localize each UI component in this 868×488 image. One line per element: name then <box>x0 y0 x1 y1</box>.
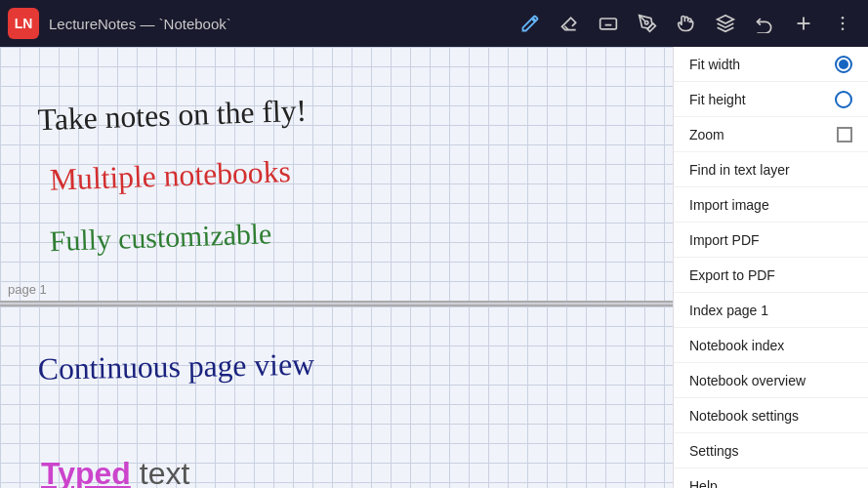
menu-item-import-image[interactable]: Import image <box>674 187 868 223</box>
zoom-checkbox[interactable] <box>837 127 852 142</box>
svg-text:Take notes on the fly!: Take notes on the fly! <box>37 94 307 138</box>
svg-text:Continuous page view: Continuous page view <box>38 347 315 386</box>
svg-marker-2 <box>718 16 734 23</box>
layers-button[interactable] <box>708 6 743 41</box>
menu-item-notebook-overview[interactable]: Notebook overview <box>674 363 868 398</box>
app-title: LectureNotes — `Notebook` <box>49 16 513 32</box>
fit-height-radio[interactable] <box>835 91 852 108</box>
topbar: LN LectureNotes — `Notebook` <box>0 0 868 47</box>
svg-rect-0 <box>600 19 617 29</box>
canvas-area[interactable]: Take notes on the fly! Multiple notebook… <box>0 47 673 488</box>
svg-point-1 <box>645 21 648 24</box>
topbar-actions <box>513 6 860 41</box>
svg-point-6 <box>842 22 845 25</box>
hand-button[interactable] <box>669 6 704 41</box>
undo-button[interactable] <box>747 6 782 41</box>
menu-item-notebook-settings[interactable]: Notebook settings <box>674 398 868 433</box>
main-area: Take notes on the fly! Multiple notebook… <box>0 47 868 488</box>
page-1: Take notes on the fly! Multiple notebook… <box>0 47 673 301</box>
menu-item-settings[interactable]: Settings <box>674 433 868 468</box>
keyboard-button[interactable] <box>591 6 626 41</box>
eraser-button[interactable] <box>552 6 587 41</box>
add-button[interactable] <box>786 6 821 41</box>
page-1-label: page 1 <box>8 282 47 297</box>
dropdown-menu: Fit width Fit height Zoom Find in text l… <box>673 47 868 488</box>
menu-item-index-page[interactable]: Index page 1 <box>674 293 868 328</box>
more-button[interactable] <box>825 6 860 41</box>
svg-text:Multiple notebooks: Multiple notebooks <box>49 154 291 197</box>
typed-normal-text: text <box>131 456 189 488</box>
svg-point-7 <box>842 28 845 31</box>
menu-item-notebook-index[interactable]: Notebook index <box>674 328 868 363</box>
menu-item-find-in-text[interactable]: Find in text layer <box>674 152 868 187</box>
fit-width-radio[interactable] <box>835 56 852 73</box>
pen-button[interactable] <box>513 6 548 41</box>
app-icon: LN <box>8 8 39 39</box>
menu-item-fit-height[interactable]: Fit height <box>674 82 868 117</box>
menu-item-import-pdf[interactable]: Import PDF <box>674 223 868 258</box>
menu-item-export-pdf[interactable]: Export to PDF <box>674 258 868 293</box>
menu-item-fit-width[interactable]: Fit width <box>674 47 868 82</box>
marker-button[interactable] <box>630 6 665 41</box>
menu-item-zoom[interactable]: Zoom <box>674 117 868 152</box>
menu-item-help[interactable]: Help <box>674 468 868 488</box>
svg-text:Fully customizable: Fully customizable <box>49 217 271 257</box>
svg-point-5 <box>842 17 845 20</box>
typed-bold-text: Typed <box>41 456 131 488</box>
page-2: Continuous page view Typed text page 2 <box>0 306 673 488</box>
